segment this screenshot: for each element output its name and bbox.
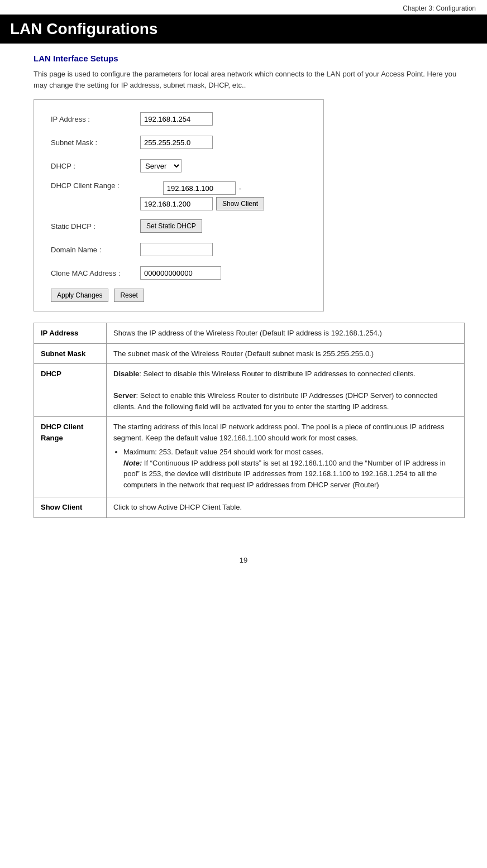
note-label: Note: (123, 459, 142, 467)
table-row: Subnet Mask The subnet mask of the Wirel… (34, 343, 465, 364)
dhcp-range-label: DHCP Client Range : (51, 181, 140, 190)
intro-text: This page is used to configure the param… (34, 69, 465, 90)
term-dhcp-range: DHCP ClientRange (34, 417, 107, 497)
desc-ip-address: Shows the IP address of the Wireless Rou… (107, 323, 465, 344)
clone-mac-row: Clone MAC Address : (51, 265, 307, 281)
domain-name-input[interactable] (140, 243, 213, 256)
dhcp-range-end-input[interactable] (140, 197, 213, 210)
set-static-dhcp-button[interactable]: Set Static DHCP (140, 219, 202, 233)
subnet-mask-controls (140, 136, 213, 149)
desc-dhcp-range: The starting address of this local IP ne… (107, 417, 465, 497)
range-dash: - (239, 184, 241, 193)
term-dhcp: DHCP (34, 364, 107, 417)
subnet-mask-row: Subnet Mask : (51, 135, 307, 150)
clone-mac-input[interactable] (140, 266, 221, 280)
section-title: LAN Interface Setups (34, 54, 465, 63)
ip-address-label: IP Address : (51, 115, 140, 123)
reset-button[interactable]: Reset (114, 289, 144, 302)
form-box: IP Address : Subnet Mask : DHCP : Server… (34, 99, 324, 311)
dhcp-range-end-row: Show Client (140, 197, 264, 210)
clone-mac-label: Clone MAC Address : (51, 269, 140, 277)
static-dhcp-label: Static DHCP : (51, 222, 140, 231)
ip-address-row: IP Address : (51, 111, 307, 127)
dhcp-server-label: Server (113, 391, 136, 400)
ip-address-input[interactable] (140, 112, 213, 126)
subnet-mask-label: Subnet Mask : (51, 138, 140, 147)
page-number: 19 (0, 556, 487, 576)
domain-name-controls (140, 243, 213, 256)
dhcp-range-start-row: - (163, 181, 241, 195)
table-row: DHCP Disable: Select to disable this Wir… (34, 364, 465, 417)
table-row: IP Address Shows the IP address of the W… (34, 323, 465, 344)
domain-name-label: Domain Name : (51, 246, 140, 254)
list-item: Maximum: 253. Default value 254 should w… (123, 447, 457, 490)
main-content: LAN Interface Setups This page is used t… (0, 44, 487, 539)
table-row: Show Client Click to show Active DHCP Cl… (34, 497, 465, 518)
term-subnet-mask: Subnet Mask (34, 343, 107, 364)
subnet-mask-input[interactable] (140, 136, 213, 149)
dhcp-range-controls: - Show Client (140, 181, 264, 210)
show-client-button[interactable]: Show Client (216, 197, 264, 210)
domain-name-row: Domain Name : (51, 242, 307, 257)
desc-dhcp: Disable: Select to disable this Wireless… (107, 364, 465, 417)
description-table: IP Address Shows the IP address of the W… (34, 323, 465, 518)
clone-mac-controls (140, 266, 221, 280)
table-row: DHCP ClientRange The starting address of… (34, 417, 465, 497)
static-dhcp-row: Static DHCP : Set Static DHCP (51, 218, 307, 234)
dhcp-range-row: DHCP Client Range : - Show Client (51, 181, 307, 210)
apply-changes-button[interactable]: Apply Changes (51, 289, 108, 302)
dhcp-controls: Server Disable (140, 159, 182, 172)
term-show-client: Show Client (34, 497, 107, 518)
dhcp-range-start-input[interactable] (163, 181, 236, 195)
term-ip-address: IP Address (34, 323, 107, 344)
page-title: LAN Configurations (0, 15, 487, 44)
desc-subnet-mask: The subnet mask of the Wireless Router (… (107, 343, 465, 364)
dhcp-select[interactable]: Server Disable (140, 159, 182, 172)
static-dhcp-controls: Set Static DHCP (140, 219, 202, 233)
form-button-row: Apply Changes Reset (51, 289, 307, 302)
desc-show-client: Click to show Active DHCP Client Table. (107, 497, 465, 518)
dhcp-disable-label: Disable (113, 370, 139, 378)
dhcp-label: DHCP : (51, 162, 140, 170)
ip-address-controls (140, 112, 213, 126)
dhcp-row: DHCP : Server Disable (51, 158, 307, 174)
chapter-header: Chapter 3: Configuration (0, 0, 487, 15)
